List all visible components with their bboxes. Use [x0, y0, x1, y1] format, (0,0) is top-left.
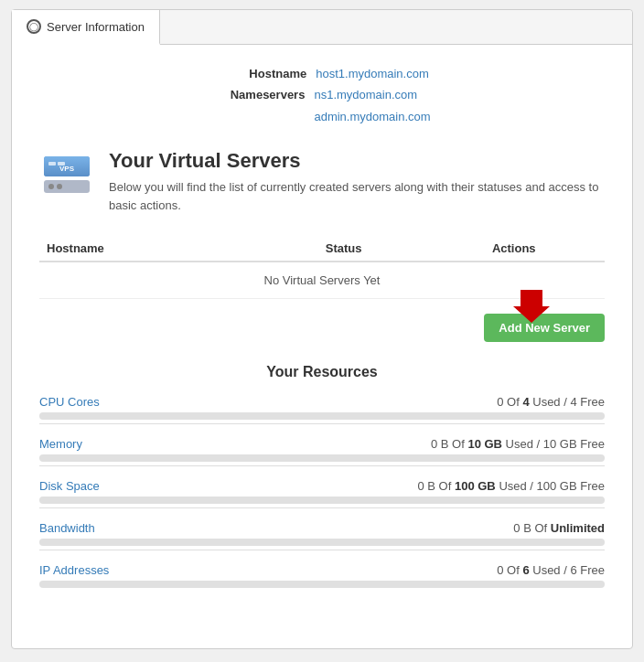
hostname-label: Hostname	[215, 63, 306, 84]
nameserver2: admin.mydomain.com	[314, 110, 430, 123]
server-info-section: Hostname host1.mydomain.com Nameservers …	[39, 63, 605, 127]
resource-item-2: Disk Space0 B Of 100 GB Used / 100 GB Fr…	[39, 479, 605, 508]
resource-value-3: 0 B Of Unlimited	[513, 521, 605, 535]
resource-value-4: 0 Of 6 Used / 6 Free	[497, 563, 605, 577]
resource-item-4: IP Addresses0 Of 6 Used / 6 Free	[39, 563, 605, 588]
arrow-down-icon	[513, 286, 550, 326]
nameservers-values: ns1.mydomain.com admin.mydomain.com	[314, 84, 430, 127]
resource-item-0: CPU Cores0 Of 4 Used / 4 Free	[39, 395, 605, 424]
main-panel: ◯ Server Information Hostname host1.mydo…	[11, 9, 633, 649]
vps-heading: Your Virtual Servers	[109, 149, 605, 173]
vps-section: VPS Your Virtual Servers Below you will …	[39, 149, 605, 214]
vps-text: Your Virtual Servers Below you will find…	[109, 149, 605, 214]
resources-section: Your Resources CPU Cores0 Of 4 Used / 4 …	[39, 364, 605, 588]
svg-point-6	[48, 184, 54, 189]
vps-icon: VPS	[39, 149, 94, 204]
server-info-row: Hostname host1.mydomain.com	[215, 63, 429, 84]
resources-heading: Your Resources	[39, 364, 605, 380]
add-server-row: Add New Server	[39, 314, 605, 342]
resource-label-4: IP Addresses	[39, 563, 109, 577]
progress-bar-bg-4	[39, 581, 605, 588]
resource-item-1: Memory0 B Of 10 GB Used / 10 GB Free	[39, 437, 605, 466]
progress-bar-bg-1	[39, 454, 605, 462]
resource-label-1: Memory	[39, 437, 82, 451]
tab-label: Server Information	[47, 20, 145, 34]
svg-point-7	[57, 184, 62, 189]
resource-label-0: CPU Cores	[39, 395, 100, 409]
progress-bar-bg-3	[39, 539, 605, 546]
nameservers-label: Nameservers	[213, 84, 305, 127]
main-content: Hostname host1.mydomain.com Nameservers …	[12, 45, 632, 619]
nameserver1: ns1.mydomain.com	[314, 88, 417, 101]
svg-text:VPS: VPS	[59, 165, 75, 173]
svg-marker-8	[513, 290, 550, 323]
nameservers-row: Nameservers ns1.mydomain.com admin.mydom…	[213, 84, 430, 127]
progress-bar-bg-0	[39, 412, 605, 420]
resource-label-2: Disk Space	[39, 479, 100, 493]
hostname-value: host1.mydomain.com	[316, 63, 429, 84]
tab-bar: ◯ Server Information	[12, 10, 632, 45]
col-status: Status	[264, 236, 424, 262]
resource-value-1: 0 B Of 10 GB Used / 10 GB Free	[431, 437, 605, 451]
vps-description: Below you will find the list of currentl…	[109, 178, 605, 214]
resource-label-3: Bandwidth	[39, 521, 95, 535]
col-actions: Actions	[424, 236, 605, 262]
tab-server-information[interactable]: ◯ Server Information	[12, 10, 160, 45]
resource-value-0: 0 Of 4 Used / 4 Free	[497, 395, 605, 409]
svg-rect-2	[48, 162, 56, 166]
resources-list: CPU Cores0 Of 4 Used / 4 FreeMemory0 B O…	[39, 395, 605, 588]
col-hostname: Hostname	[39, 236, 264, 262]
hostname-text: host1.mydomain.com	[316, 67, 429, 80]
resource-value-2: 0 B Of 100 GB Used / 100 GB Free	[417, 479, 605, 493]
resource-item-3: Bandwidth0 B Of Unlimited	[39, 521, 605, 550]
globe-icon: ◯	[27, 19, 41, 34]
progress-bar-bg-2	[39, 496, 605, 504]
